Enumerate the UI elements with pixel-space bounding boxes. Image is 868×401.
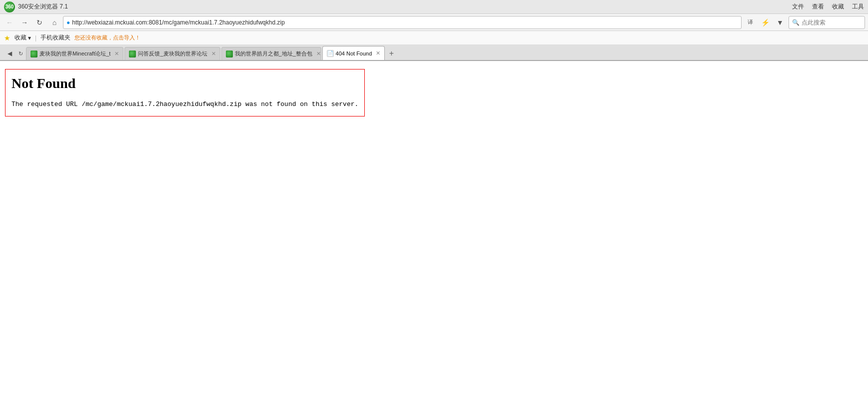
search-icon: 🔍 (792, 19, 800, 26)
bookmark-star-icon: ★ (4, 34, 10, 42)
search-input[interactable] (802, 19, 862, 26)
import-warning[interactable]: 您还没有收藏，点击导入！ (74, 34, 140, 42)
lightning-button[interactable]: ⚡ (759, 16, 772, 29)
tab-favicon-4: 📄 (327, 50, 334, 57)
title-bar-menu: 文件 查看 收藏 工具 (792, 2, 864, 11)
tab-close-4[interactable]: ✕ (376, 50, 380, 56)
search-box: 🔍 (789, 16, 865, 29)
new-tab-button[interactable]: + (386, 48, 397, 59)
nav-bar: ← → ↻ ⌂ ● 译 ⚡ ▼ 🔍 (0, 14, 868, 31)
app-name: 360安全浏览器 7.1 (18, 2, 68, 11)
tab-label-1: 麦块我的世界Minecraft论坛_t (39, 50, 110, 58)
address-protocol-icon: ● (66, 19, 70, 26)
tab-minecraft-forum[interactable]: 麦块我的世界Minecraft论坛_t ✕ (26, 47, 123, 60)
tab-feedback[interactable]: 问答反馈_麦块我的世界论坛 ✕ (124, 47, 220, 60)
tab-close-3[interactable]: ✕ (316, 50, 321, 57)
tab-favicon-3 (226, 50, 233, 58)
home-button[interactable]: ⌂ (48, 16, 61, 29)
address-input[interactable] (72, 19, 738, 26)
collect-label: 收藏 (14, 34, 26, 42)
page-content: Not Found The requested URL /mc/game/mck… (0, 61, 868, 401)
tab-close-1[interactable]: ✕ (114, 50, 119, 57)
translate-button[interactable]: 译 (744, 16, 757, 29)
tab-label-2: 问答反馈_麦块我的世界论坛 (138, 50, 207, 58)
dropdown-button[interactable]: ▼ (774, 16, 787, 29)
tab-favicon-1 (30, 50, 37, 58)
menu-bookmarks[interactable]: 收藏 (832, 2, 844, 11)
tabs-bar: ◀ ↻ 麦块我的世界Minecraft论坛_t ✕ 问答反馈_麦块我的世界论坛 … (0, 45, 868, 61)
menu-file[interactable]: 文件 (792, 2, 804, 11)
nav-right-buttons: 译 ⚡ ▼ 🔍 (744, 16, 865, 29)
address-bar: ● (63, 16, 742, 29)
tab-favicon-2 (129, 50, 136, 58)
tab-close-2[interactable]: ✕ (211, 50, 216, 57)
bookmarks-bar: ★ 收藏 ▾ | 手机收藏夹 您还没有收藏，点击导入！ (0, 31, 868, 45)
title-bar: 360 360安全浏览器 7.1 文件 查看 收藏 工具 (0, 0, 868, 14)
tab-label-3: 我的世界皓月之都_地址_整合包 (235, 50, 312, 58)
forward-button[interactable]: → (18, 16, 31, 29)
back-button[interactable]: ← (3, 16, 16, 29)
refresh-button[interactable]: ↻ (33, 16, 46, 29)
error-message: The requested URL /mc/game/mckuai1.7.2ha… (11, 100, 358, 110)
browser-logo: 360 (4, 2, 15, 12)
error-title: Not Found (11, 76, 358, 92)
bookmarks-separator: | (35, 34, 36, 42)
mobile-collect-label: 手机收藏夹 (40, 34, 70, 42)
bookmarks-folder[interactable]: 收藏 ▾ (14, 34, 31, 42)
title-bar-left: 360 360安全浏览器 7.1 (4, 2, 68, 12)
error-box: Not Found The requested URL /mc/game/mck… (5, 69, 365, 116)
mobile-bookmarks[interactable]: 手机收藏夹 (40, 34, 70, 42)
tab-reload[interactable]: ↻ (15, 48, 26, 59)
tab-404[interactable]: 📄 404 Not Found ✕ (322, 46, 385, 60)
chevron-down-icon: ▾ (28, 34, 31, 42)
tab-nav-prev[interactable]: ◀ (4, 48, 15, 59)
tab-world-pack[interactable]: 我的世界皓月之都_地址_整合包 ✕ (221, 47, 321, 60)
menu-tools[interactable]: 工具 (852, 2, 864, 11)
menu-view[interactable]: 查看 (812, 2, 824, 11)
tab-label-4: 404 Not Found (336, 50, 372, 56)
